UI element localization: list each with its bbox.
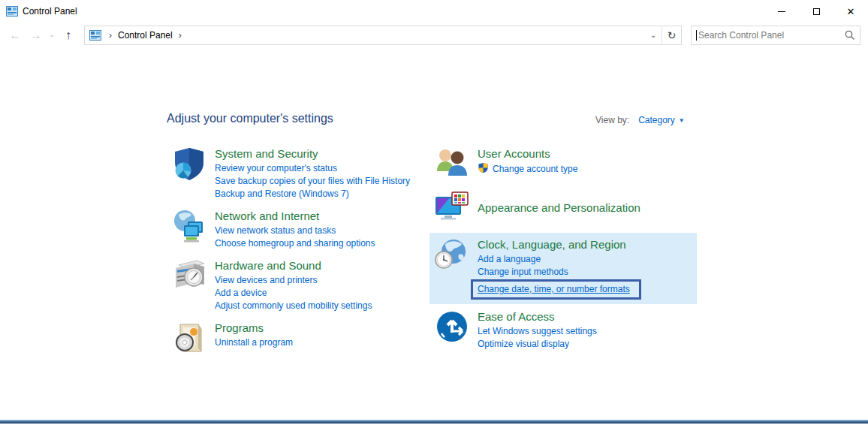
navigation-bar: ← → ⌄ ↑ › Control Panel › ⌄ [0, 23, 868, 47]
task-link-change-account-type[interactable]: Change account type [493, 163, 577, 176]
up-button[interactable]: ↑ [57, 29, 80, 41]
category-title-user-accounts[interactable]: User Accounts [478, 147, 550, 160]
category-title-programs[interactable]: Programs [215, 321, 264, 334]
category-system-and-security: System and Security Review your computer… [171, 146, 425, 200]
category-title-clock-language-region[interactable]: Clock, Language, and Region [478, 238, 626, 251]
globe-clock-icon[interactable] [434, 237, 470, 273]
category-programs: Programs Uninstall a program [171, 320, 425, 356]
annotation-highlight-box: Change date, time, or number formats [471, 279, 641, 300]
recent-pages-dropdown[interactable]: ⌄ [47, 32, 57, 38]
page-title: Adjust your computer's settings [167, 112, 333, 125]
shield-icon[interactable] [171, 146, 207, 182]
task-link-mobility-settings[interactable]: Adjust commonly used mobility settings [215, 300, 372, 312]
task-link-change-input-methods[interactable]: Change input methods [478, 266, 641, 279]
category-column-right: User Accounts Change account type [434, 146, 697, 358]
task-link-suggest-settings[interactable]: Let Windows suggest settings [478, 325, 597, 338]
content-area: Adjust your computer's settings View by:… [0, 47, 868, 423]
category-title-network-and-internet[interactable]: Network and Internet [215, 209, 319, 222]
chevron-right-icon[interactable]: › [104, 30, 116, 41]
text-cursor [696, 30, 697, 41]
printer-gauge-icon[interactable] [171, 258, 207, 294]
breadcrumb-item-control-panel[interactable]: Control Panel [116, 30, 174, 41]
task-link-file-history[interactable]: Save backup copies of your files with Fi… [215, 175, 410, 188]
window-title: Control Panel [23, 6, 77, 17]
close-button[interactable]: ✕ [833, 0, 868, 23]
two-users-icon[interactable] [434, 146, 470, 182]
task-link-uninstall-program[interactable]: Uninstall a program [215, 336, 293, 349]
view-by-value[interactable]: Category [638, 115, 675, 125]
network-globe-monitors-icon[interactable] [171, 208, 207, 244]
back-button[interactable]: ← [5, 29, 26, 41]
chevron-down-icon[interactable]: ▼ [679, 117, 685, 124]
maximize-icon [813, 8, 820, 15]
task-link-backup-restore[interactable]: Backup and Restore (Windows 7) [215, 188, 410, 200]
control-panel-icon [6, 5, 18, 17]
control-panel-icon [89, 29, 101, 41]
category-column-left: System and Security Review your computer… [171, 146, 425, 363]
category-hardware-and-sound: Hardware and Sound View devices and prin… [171, 258, 425, 312]
title-bar: Control Panel ✕ [0, 0, 868, 23]
chevron-right-icon[interactable]: › [174, 30, 186, 41]
refresh-icon[interactable]: ↻ [662, 26, 681, 44]
category-title-appearance-and-personalization[interactable]: Appearance and Personalization [478, 201, 640, 214]
address-bar[interactable]: › Control Panel › ⌄ ↻ [84, 26, 682, 45]
search-input[interactable]: Search Control Panel [698, 30, 845, 41]
task-link-network-status[interactable]: View network status and tasks [215, 225, 375, 237]
task-link-homegroup[interactable]: Choose homegroup and sharing options [215, 237, 375, 250]
task-link-add-device[interactable]: Add a device [215, 287, 372, 300]
category-appearance-and-personalization: Appearance and Personalization [434, 189, 697, 225]
task-link-change-date-time-formats[interactable]: Change date, time, or number formats [478, 284, 630, 294]
monitor-palette-icon[interactable] [434, 189, 470, 225]
maximize-button[interactable] [799, 0, 833, 23]
category-user-accounts: User Accounts Change account type [434, 146, 697, 182]
category-title-ease-of-access[interactable]: Ease of Access [478, 310, 555, 323]
address-dropdown-icon[interactable]: ⌄ [645, 26, 662, 44]
forward-button[interactable]: → [26, 29, 47, 41]
control-panel-window: Control Panel ✕ ← → ⌄ ↑ [0, 0, 868, 425]
window-controls: ✕ [764, 0, 868, 23]
task-link-optimize-visual-display[interactable]: Optimize visual display [478, 338, 597, 351]
ease-of-access-icon[interactable] [434, 309, 470, 345]
uac-shield-icon [478, 162, 489, 176]
task-link-add-language[interactable]: Add a language [478, 253, 641, 266]
view-by-label: View by: [595, 115, 629, 125]
close-icon: ✕ [847, 7, 855, 17]
window-bottom-border [0, 420, 868, 423]
search-box[interactable]: Search Control Panel [691, 26, 860, 45]
search-icon[interactable] [845, 30, 855, 41]
category-clock-language-region: Clock, Language, and Region Add a langua… [429, 233, 697, 304]
minimize-button[interactable] [764, 0, 799, 23]
category-ease-of-access: Ease of Access Let Windows suggest setti… [434, 309, 697, 351]
view-by-control: View by: Category ▼ [595, 115, 685, 125]
category-title-hardware-and-sound[interactable]: Hardware and Sound [215, 259, 321, 272]
breadcrumb[interactable]: › Control Panel › [85, 26, 645, 44]
minimize-icon [778, 11, 785, 12]
category-network-and-internet: Network and Internet View network status… [171, 208, 425, 250]
task-link-review-status[interactable]: Review your computer's status [215, 162, 410, 175]
task-link-devices-printers[interactable]: View devices and printers [215, 274, 372, 287]
software-box-cd-icon[interactable] [171, 320, 207, 356]
category-title-system-and-security[interactable]: System and Security [215, 147, 318, 160]
